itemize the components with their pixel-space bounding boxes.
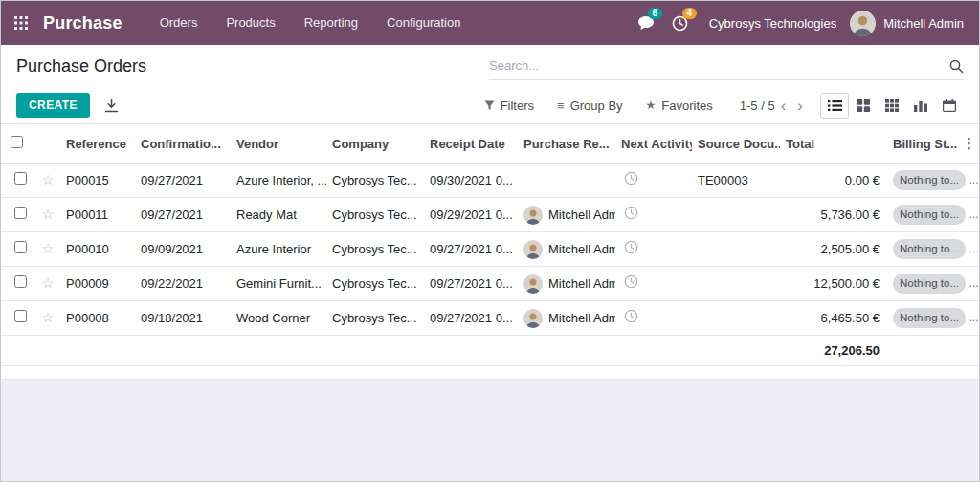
cell-receipt-date[interactable]: 09/29/2021 0... xyxy=(424,198,518,232)
cell-source-document[interactable] xyxy=(692,232,780,267)
table-row[interactable]: ☆ P00011 09/27/2021 Ready Mat Cybrosys T… xyxy=(1,198,980,232)
cell-receipt-date[interactable]: 09/27/2021 0... xyxy=(424,267,518,301)
cell-purchase-rep[interactable]: Mitchell Adm... xyxy=(518,232,615,267)
messages-icon[interactable]: 6 xyxy=(629,1,663,45)
table-row[interactable]: ☆ P00008 09/18/2021 Wood Corner Cybrosys… xyxy=(1,301,980,336)
activity-clock-icon[interactable] xyxy=(624,312,638,326)
company-switcher[interactable]: Cybrosys Technologies xyxy=(709,16,836,31)
cell-vendor[interactable]: Ready Mat xyxy=(231,198,326,232)
calendar-view-icon[interactable] xyxy=(935,93,964,119)
cell-vendor[interactable]: Wood Corner xyxy=(231,301,326,336)
activity-clock-icon[interactable] xyxy=(624,243,638,257)
row-checkbox[interactable] xyxy=(14,207,27,219)
cell-billing-status[interactable]: Nothing to... ... xyxy=(887,232,962,267)
cell-company[interactable]: Cybrosys Tec... xyxy=(326,301,424,336)
favorite-star-icon[interactable]: ☆ xyxy=(35,164,60,198)
row-checkbox[interactable] xyxy=(14,310,27,322)
cell-vendor[interactable]: Azure Interior, ... xyxy=(231,164,326,198)
cell-company[interactable]: Cybrosys Tec... xyxy=(326,198,424,232)
cell-confirmation-date[interactable]: 09/27/2021 xyxy=(135,198,231,232)
app-title[interactable]: Purchase xyxy=(43,13,122,33)
activity-clock-icon[interactable] xyxy=(624,174,638,188)
col-header-billing-status[interactable]: Billing St... xyxy=(887,124,962,164)
favorite-star-icon[interactable]: ☆ xyxy=(35,198,60,232)
cell-total[interactable]: 5,736.00 € xyxy=(780,198,887,232)
table-row[interactable]: ☆ P00015 09/27/2021 Azure Interior, ... … xyxy=(1,164,980,198)
cell-purchase-rep[interactable]: Mitchell Adm... xyxy=(518,301,615,336)
export-icon[interactable] xyxy=(104,99,119,113)
cell-total[interactable]: 2,505.00 € xyxy=(780,232,887,267)
col-header-next-activity[interactable]: Next Activity xyxy=(615,124,692,164)
col-header-total[interactable]: Total xyxy=(780,124,887,164)
menu-orders[interactable]: Orders xyxy=(145,1,212,45)
cell-vendor[interactable]: Azure Interior xyxy=(231,232,326,267)
row-checkbox[interactable] xyxy=(14,172,27,185)
cell-billing-status[interactable]: Nothing to... ... xyxy=(887,301,962,336)
cell-confirmation-date[interactable]: 09/18/2021 xyxy=(135,301,231,336)
cell-source-document[interactable] xyxy=(692,198,780,232)
group-by-button[interactable]: ≡ Group By xyxy=(557,99,623,113)
cell-confirmation-date[interactable]: 09/27/2021 xyxy=(135,164,231,198)
table-row[interactable]: ☆ P00010 09/09/2021 Azure Interior Cybro… xyxy=(1,232,980,267)
cell-billing-status[interactable]: Nothing to... ... xyxy=(887,164,962,198)
cell-next-activity[interactable] xyxy=(615,301,692,336)
cell-reference[interactable]: P00009 xyxy=(60,267,135,301)
row-checkbox[interactable] xyxy=(14,241,27,253)
pager-previous-icon[interactable]: ‹ xyxy=(775,98,792,114)
pager-counter[interactable]: 1-5 / 5 xyxy=(740,99,775,113)
cell-company[interactable]: Cybrosys Tec... xyxy=(326,164,424,198)
cell-receipt-date[interactable]: 09/30/2021 0... xyxy=(424,164,518,198)
user-menu[interactable]: Mitchell Admin xyxy=(850,11,969,36)
menu-configuration[interactable]: Configuration xyxy=(372,1,475,45)
cell-receipt-date[interactable]: 09/27/2021 0... xyxy=(424,232,518,267)
cell-confirmation-date[interactable]: 09/22/2021 xyxy=(135,267,231,301)
favorite-star-icon[interactable]: ☆ xyxy=(35,301,60,336)
search-input[interactable] xyxy=(489,58,948,73)
cell-reference[interactable]: P00015 xyxy=(60,164,135,198)
favorite-star-icon[interactable]: ☆ xyxy=(35,267,60,301)
menu-reporting[interactable]: Reporting xyxy=(290,1,372,45)
cell-next-activity[interactable] xyxy=(615,232,692,267)
cell-total[interactable]: 12,500.00 € xyxy=(780,267,887,301)
activities-icon[interactable]: 4 xyxy=(663,1,698,45)
create-button[interactable]: CREATE xyxy=(16,93,90,118)
list-view-icon[interactable] xyxy=(820,93,849,119)
activity-clock-icon[interactable] xyxy=(624,277,638,292)
apps-menu-icon[interactable] xyxy=(1,1,41,45)
cell-billing-status[interactable]: Nothing to... ... xyxy=(887,198,962,232)
col-header-vendor[interactable]: Vendor xyxy=(231,124,326,164)
col-header-reference[interactable]: Reference xyxy=(60,124,135,164)
cell-total[interactable]: 6,465.50 € xyxy=(780,301,887,336)
favorite-star-icon[interactable]: ☆ xyxy=(35,232,60,267)
cell-reference[interactable]: P00011 xyxy=(60,198,135,232)
cell-purchase-rep[interactable]: Mitchell Adm... xyxy=(518,198,615,232)
col-header-receipt-date[interactable]: Receipt Date xyxy=(424,124,518,164)
kanban-view-icon[interactable] xyxy=(849,93,878,119)
table-row[interactable]: ☆ P00009 09/22/2021 Gemini Furnit... Cyb… xyxy=(1,267,980,301)
activity-clock-icon[interactable] xyxy=(624,208,638,223)
cell-next-activity[interactable] xyxy=(615,164,692,198)
cell-source-document[interactable]: TE00003 xyxy=(692,164,780,198)
cell-reference[interactable]: P00010 xyxy=(60,232,135,267)
cell-receipt-date[interactable]: 09/27/2021 0... xyxy=(424,301,518,336)
cell-source-document[interactable] xyxy=(692,267,780,301)
filters-button[interactable]: Filters xyxy=(484,99,534,113)
cell-vendor[interactable]: Gemini Furnit... xyxy=(231,267,326,301)
cell-purchase-rep[interactable] xyxy=(518,164,615,198)
row-checkbox[interactable] xyxy=(14,275,27,288)
cell-company[interactable]: Cybrosys Tec... xyxy=(326,267,424,301)
cell-billing-status[interactable]: Nothing to... ... xyxy=(887,267,962,301)
col-header-purchase-rep[interactable]: Purchase Re... xyxy=(518,124,615,164)
cell-source-document[interactable] xyxy=(692,301,780,336)
col-header-company[interactable]: Company xyxy=(326,124,424,164)
favorites-button[interactable]: ★ Favorites xyxy=(646,99,713,113)
cell-reference[interactable]: P00008 xyxy=(60,301,135,336)
cell-purchase-rep[interactable]: Mitchell Adm... xyxy=(518,267,615,301)
col-header-source-document[interactable]: Source Docu... xyxy=(692,124,780,164)
graph-view-icon[interactable] xyxy=(906,93,935,119)
optional-columns-icon[interactable]: ⋮ xyxy=(962,124,980,164)
menu-products[interactable]: Products xyxy=(212,1,289,45)
cell-confirmation-date[interactable]: 09/09/2021 xyxy=(135,232,231,267)
cell-company[interactable]: Cybrosys Tec... xyxy=(326,232,424,267)
cell-next-activity[interactable] xyxy=(615,267,692,301)
